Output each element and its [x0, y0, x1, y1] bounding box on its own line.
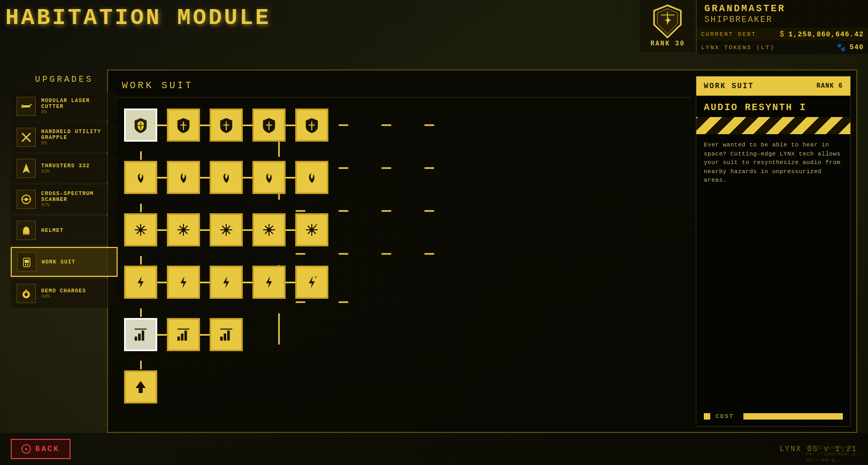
- svg-rect-86: [135, 337, 137, 341]
- node-row4-col4[interactable]: [252, 266, 286, 299]
- shield-icon: ✦: [653, 4, 682, 39]
- hud-top-right: ✦ RANK 30 GRANDMASTER SHIPBREAKER CURREN…: [640, 0, 868, 54]
- svg-rect-95: [224, 334, 226, 340]
- sidebar-text-worksuit: WORK SUIT: [42, 259, 75, 265]
- node-row3-col4[interactable]: [252, 213, 286, 246]
- info-panel-title: WORK SUIT: [704, 82, 754, 90]
- svg-rect-91: [181, 334, 183, 340]
- info-panel: WORK SUIT RANK 6 AUDIO RESYNTH I Ever wa…: [696, 76, 851, 427]
- node-row4-col1[interactable]: [124, 266, 157, 299]
- node-row1-col3[interactable]: [210, 108, 243, 142]
- bottom-bar: ● BACK LYNX OS v 1.21: [0, 433, 868, 465]
- sidebar-name-thrusters: THRUSTERS 332: [41, 163, 90, 169]
- sidebar-icon-helmet: [17, 221, 36, 240]
- rank-badge: ✦ RANK 30: [640, 0, 696, 52]
- svg-rect-15: [25, 264, 26, 266]
- sidebar-pct-laser: 8%: [41, 110, 112, 115]
- page-title: HABITATION MODULE: [5, 5, 271, 31]
- sidebar-pct-scanner: 87%: [41, 203, 112, 208]
- sidebar-name-worksuit: WORK SUIT: [42, 259, 75, 265]
- debt-row: CURRENT DEBT $ 1,258,860,646.42: [697, 28, 868, 41]
- sidebar-title: UPGRADES: [11, 69, 118, 92]
- section-title: WORK SUIT: [113, 76, 690, 98]
- node-row2-col4[interactable]: [252, 161, 286, 194]
- node-row5-col1[interactable]: [124, 318, 157, 351]
- sidebar-item-modular-laser-cutter[interactable]: MODULAR LASER CUTTER 8%: [11, 92, 118, 121]
- paw-icon: 🐾: [836, 43, 846, 52]
- node-row1-col5[interactable]: [295, 108, 328, 142]
- svg-rect-12: [23, 233, 29, 235]
- node-row3-col5[interactable]: +: [295, 213, 328, 246]
- svg-rect-18: [25, 290, 27, 293]
- node-row5-col3[interactable]: [210, 318, 243, 351]
- info-panel-rank: RANK 6: [817, 82, 843, 90]
- svg-rect-87: [138, 334, 141, 340]
- git-info: 182502-CyanMargeP4: //lynx/main.g...Git:…: [806, 445, 864, 464]
- node-row2-col2[interactable]: [167, 161, 200, 194]
- back-btn-text: BACK: [35, 445, 60, 453]
- node-row5-col2[interactable]: [167, 318, 200, 351]
- svg-marker-81: [180, 276, 186, 289]
- node-row2-col3[interactable]: [210, 161, 243, 194]
- node-row1-col2[interactable]: [167, 108, 200, 142]
- sidebar-name-laser: MODULAR LASER CUTTER: [41, 98, 112, 110]
- sidebar-icon-scanner: [17, 190, 36, 209]
- svg-text:+: +: [314, 275, 318, 281]
- rank-text: RANK 30: [650, 40, 685, 48]
- node-row3-col2[interactable]: [167, 213, 200, 246]
- cost-label: COST: [716, 413, 734, 420]
- svg-rect-6: [21, 105, 24, 108]
- tokens-row: LYNX TOKENS (LT) 🐾 540: [697, 41, 868, 54]
- sidebar-name-demo: DEMO CHARGES: [41, 288, 86, 294]
- sidebar-icon-grapple: [17, 128, 36, 147]
- svg-point-73: [267, 228, 271, 231]
- svg-text:+: +: [315, 222, 318, 228]
- sidebar-item-helmet[interactable]: HELMET: [11, 216, 118, 245]
- sidebar-name-helmet: HELMET: [41, 228, 64, 234]
- svg-point-19: [25, 293, 28, 296]
- sidebar-text-scanner: CROSS-SPECTRUM SCANNER 87%: [41, 191, 112, 208]
- sidebar-item-work-suit[interactable]: WORK SUIT: [11, 247, 118, 277]
- back-btn-icon: ●: [21, 444, 31, 454]
- player-subtitle: SHIPBREAKER: [697, 15, 868, 28]
- sidebar-item-grapple[interactable]: HANDHELD UTILITY GRAPPLE 8%: [11, 123, 118, 152]
- node-row4-col2[interactable]: [167, 266, 200, 299]
- sidebar-name-grapple: HANDHELD UTILITY GRAPPLE: [41, 129, 112, 141]
- svg-rect-89: [135, 329, 147, 330]
- content-area: WORK SUIT: [108, 71, 856, 432]
- svg-marker-98: [136, 381, 146, 393]
- svg-marker-83: [266, 276, 272, 289]
- svg-rect-5: [22, 105, 30, 107]
- svg-point-68: [225, 228, 228, 231]
- node-row1-col4[interactable]: [252, 108, 286, 142]
- node-row1-col1[interactable]: [124, 108, 157, 142]
- sidebar-text-laser: MODULAR LASER CUTTER 8%: [41, 98, 112, 115]
- svg-marker-8: [22, 164, 30, 173]
- sidebar-pct-demo: 90%: [41, 294, 86, 299]
- svg-rect-93: [178, 329, 190, 330]
- sidebar: UPGRADES MODULAR LASER CUTTER 8% HANDHEL…: [11, 69, 118, 433]
- cost-bar: [743, 413, 843, 420]
- svg-point-58: [139, 228, 142, 231]
- sidebar-name-scanner: CROSS-SPECTRUM SCANNER: [41, 191, 112, 203]
- node-row3-col1[interactable]: [124, 213, 157, 246]
- svg-point-63: [182, 228, 185, 231]
- node-row2-col1[interactable]: [124, 161, 157, 194]
- svg-marker-80: [137, 276, 143, 289]
- node-row4-col3[interactable]: [210, 266, 243, 299]
- node-row4-col5[interactable]: +: [295, 266, 328, 299]
- node-row3-col3[interactable]: [210, 213, 243, 246]
- node-row6-col1[interactable]: [124, 370, 157, 404]
- node-row2-col5[interactable]: +: [295, 161, 328, 194]
- sidebar-icon-worksuit: [17, 252, 36, 272]
- sidebar-item-thrusters[interactable]: THRUSTERS 332 83%: [11, 154, 118, 183]
- sidebar-item-demo-charges[interactable]: DEMO CHARGES 90%: [11, 279, 118, 308]
- info-cost-row: COST: [696, 407, 850, 426]
- svg-rect-96: [227, 331, 230, 341]
- back-button[interactable]: ● BACK: [11, 439, 71, 459]
- svg-rect-14: [25, 260, 29, 263]
- svg-rect-90: [178, 337, 180, 341]
- sidebar-item-scanner[interactable]: CROSS-SPECTRUM SCANNER 87%: [11, 185, 118, 214]
- info-header: WORK SUIT RANK 6: [696, 76, 850, 96]
- hud-info: GRANDMASTER SHIPBREAKER CURRENT DEBT $ 1…: [696, 0, 868, 54]
